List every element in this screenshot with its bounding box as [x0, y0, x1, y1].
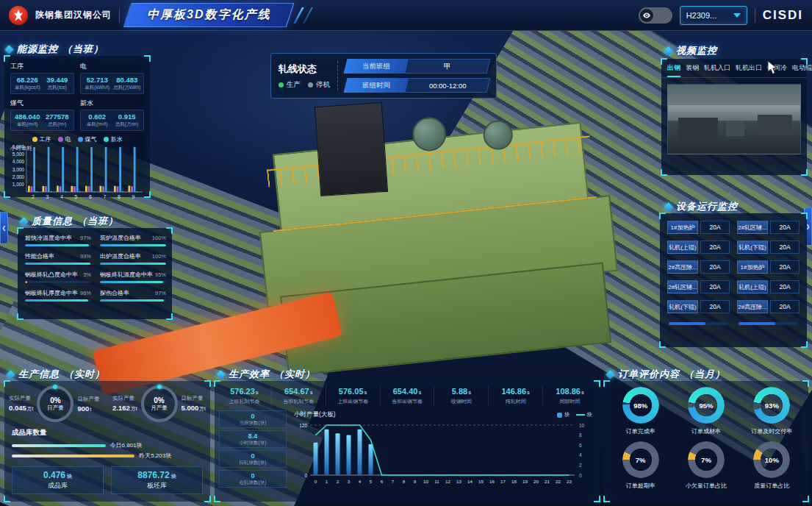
video-tab-3[interactable]: 轧机入口	[704, 63, 730, 77]
header: 陕钢集团汉钢公司 中厚板3D数字化产线 H2309... CISDI	[0, 0, 812, 31]
quality-panel: 超快冷温度命中率97%装炉温度合格率100%性能合格率99%出炉温度合格率100…	[18, 228, 172, 319]
video-tab-2[interactable]: 装钢	[686, 63, 699, 77]
energy-stat-label: 单耗(m³/t)	[12, 121, 43, 128]
efficiency-stat-value: 654.40s	[381, 387, 434, 396]
efficiency-side-stat: 0待轧块数(块)	[219, 450, 287, 468]
svg-text:13: 13	[456, 479, 461, 484]
quality-item-label: 装炉温度合格率	[100, 234, 141, 242]
legend-dot-icon	[104, 137, 109, 142]
quality-item-percent: 97%	[80, 235, 91, 241]
inventory-bar-text: 今日6,801块	[110, 441, 143, 449]
quality-bar-track	[25, 263, 91, 265]
video-tab-1[interactable]: 出钢	[667, 63, 680, 77]
ring-marker-dot	[53, 385, 57, 389]
video-tab-6[interactable]: 电动辊	[792, 63, 812, 77]
order-donut-label: 订单及时交付率	[751, 427, 792, 435]
left-collapse-handle[interactable]: ❮	[0, 212, 8, 244]
actual-output-label: 实际产量	[9, 395, 33, 402]
equipment-item[interactable]: 2#高压除...20A	[667, 260, 730, 274]
energy-stat-value: 80.483	[112, 76, 143, 84]
equipment-item[interactable]: 轧机(下辊)20A	[667, 300, 730, 313]
efficiency-stat: 146.86s纯轧时间	[489, 385, 543, 407]
side-stat-label: 当班块数(块)	[240, 420, 267, 427]
ring-marker-dot	[157, 385, 162, 389]
svg-text:120: 120	[299, 423, 307, 428]
efficiency-side-stat: 0在轧块数(块)	[219, 470, 287, 488]
diamond-icon	[606, 370, 615, 380]
energy-groups: 工序68.226单耗(kgce/t)39.449总耗(tce)电52.713单耗…	[4, 56, 150, 132]
video-tab-5[interactable]: 中间冷	[767, 63, 787, 77]
equipment-item[interactable]: 1#加热炉20A	[737, 260, 800, 274]
panel-corner	[603, 496, 610, 502]
decor-slash	[303, 7, 314, 24]
quality-item-label: 探伤合格率	[100, 289, 129, 297]
equipment-item[interactable]: 轧机(上辊)20A	[667, 240, 730, 254]
ring-name: 日产量	[47, 405, 64, 412]
svg-text:7: 7	[392, 479, 395, 484]
inventory-bar-text: 昨天5,203块	[139, 452, 171, 460]
page-title-plate: 中厚板3D数字化产线	[123, 3, 295, 27]
order-donut-label: 小欠量订单占比	[686, 482, 727, 490]
equipment-item[interactable]: 1#加热炉20A	[667, 221, 730, 234]
scrollbar-track[interactable]	[669, 322, 728, 325]
chart-legend-item: 块	[576, 411, 593, 418]
status-legend-label: 停机	[316, 80, 330, 90]
svg-text:22: 22	[556, 479, 561, 484]
diamond-icon	[664, 202, 673, 212]
efficiency-stat-unit: s	[256, 390, 259, 395]
quality-bar-track	[100, 299, 166, 302]
quality-item-label: 钢板终轧凸度命中率	[25, 271, 78, 279]
equipment-item-value: 20A	[700, 240, 730, 254]
quality-item: 出炉温度合格率100%	[100, 252, 166, 265]
device-selector-dropdown[interactable]: H2309...	[680, 6, 747, 25]
scrollbar-track[interactable]	[739, 322, 798, 325]
quality-item: 超快冷温度命中率97%	[25, 234, 91, 246]
energy-group-name: 电	[80, 62, 144, 71]
svg-text:0: 0	[304, 473, 307, 478]
efficiency-stat-label: 纯轧时间	[489, 398, 542, 405]
energy-stat-value: 68.226	[12, 76, 43, 84]
energy-chart-svg: 6,0005,0004,0003,0002,0001,00023456789	[4, 143, 144, 202]
orders-title-suffix: （当月）	[684, 368, 725, 381]
inventory-bar-row: 今日6,801块	[4, 439, 210, 449]
legend-dot-icon	[32, 137, 37, 142]
legend-label: 煤气	[85, 135, 97, 143]
order-donut-percent: 7%	[636, 456, 646, 464]
equipment-item[interactable]: 2#轧区辅...20A	[737, 221, 800, 234]
quality-item-percent: 97%	[155, 290, 166, 296]
efficiency-stat: 576.23s上班轧制节奏	[218, 385, 272, 407]
chart-legend-label: 块	[564, 411, 570, 418]
line-info-row: 当前班组甲	[344, 59, 491, 74]
energy-stat-value: 277578	[43, 113, 73, 121]
equipment-item[interactable]: 2#轧区辅...20A	[667, 280, 730, 293]
quality-bar-track	[25, 244, 91, 246]
legend-label: 新水	[111, 135, 123, 143]
equipment-panel: 1#加热炉20A2#轧区辅...20A轧机(上辊)20A轧机(下辊)20A2#高…	[660, 213, 807, 347]
video-feed[interactable]	[667, 84, 801, 154]
diamond-icon	[4, 45, 14, 54]
scrollbar-thumb[interactable]	[669, 322, 705, 325]
equipment-item[interactable]: 轧机(下辊)20A	[737, 240, 800, 254]
legend-item: 新水	[104, 135, 123, 143]
equipment-panel-title: 设备运行监控	[665, 200, 738, 213]
line-status-divider	[337, 61, 338, 90]
efficiency-stat-label: 上班轧制节奏	[218, 398, 270, 405]
line-info-key: 班组时间	[344, 78, 409, 93]
energy-group: 新水0.602单耗(m³/t)0.915总耗(万m³)	[80, 99, 144, 131]
panel-corner	[204, 380, 211, 387]
line-info-value: 甲	[406, 59, 491, 74]
energy-group: 电52.713单耗(kWh/t)80.483总耗(万kWh)	[80, 62, 144, 94]
scrollbar-thumb[interactable]	[739, 322, 775, 325]
order-donut: 95%	[688, 387, 725, 424]
bar-legend-icon	[557, 413, 562, 418]
cisdi-logo: CISDI	[763, 8, 803, 23]
side-stat-label: 小时块数(块)	[240, 440, 267, 446]
visibility-toggle[interactable]	[639, 7, 672, 24]
video-tab-4[interactable]: 轧机出口	[736, 63, 762, 77]
equipment-item[interactable]: 2#高压除...20A	[737, 300, 800, 313]
energy-chart-ylabel: 小时单耗	[10, 145, 32, 152]
order-donut-percent: 98%	[633, 402, 647, 410]
chart-legend-item: 块	[557, 411, 570, 418]
equipment-item[interactable]: 轧机(上辊)20A	[737, 280, 800, 293]
svg-text:14: 14	[467, 479, 473, 484]
